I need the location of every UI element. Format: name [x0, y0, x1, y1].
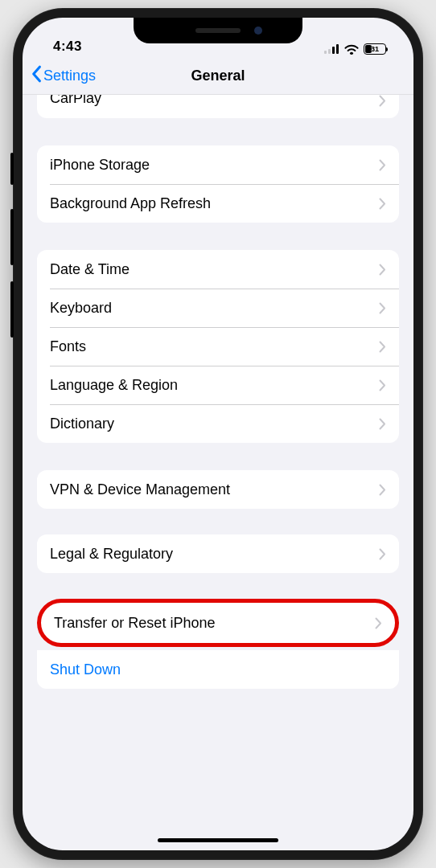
- chevron-right-icon: [379, 159, 386, 171]
- row-label: Dictionary: [50, 416, 114, 432]
- row-label: iPhone Storage: [50, 157, 150, 174]
- row-label: Keyboard: [50, 300, 112, 317]
- section-storage: iPhone Storage Background App Refresh: [37, 145, 399, 223]
- settings-list[interactable]: CarPlay iPhone Storage Background App Re…: [23, 95, 413, 850]
- home-indicator[interactable]: [158, 838, 278, 842]
- svg-rect-2: [332, 47, 335, 54]
- section-locale: Date & Time Keyboard Fonts Language & Re…: [37, 250, 399, 443]
- row-vpn-device-management[interactable]: VPN & Device Management: [37, 470, 399, 509]
- phone-frame: 4:43 31 Settings: [13, 8, 423, 860]
- row-shut-down[interactable]: Shut Down: [37, 650, 399, 689]
- row-legal-regulatory[interactable]: Legal & Regulatory: [37, 534, 399, 573]
- chevron-right-icon: [379, 341, 386, 353]
- svg-rect-0: [324, 51, 327, 54]
- highlight-ring: Transfer or Reset iPhone: [37, 599, 399, 647]
- front-camera: [254, 27, 262, 35]
- row-date-time[interactable]: Date & Time: [37, 250, 399, 289]
- screen: 4:43 31 Settings: [23, 18, 413, 850]
- page-title: General: [191, 68, 245, 84]
- speaker-grille: [195, 28, 241, 33]
- svg-rect-1: [328, 49, 331, 54]
- row-transfer-reset-iphone[interactable]: Transfer or Reset iPhone: [41, 603, 395, 643]
- row-label: Transfer or Reset iPhone: [54, 615, 215, 632]
- nav-bar: Settings General: [23, 58, 413, 95]
- chevron-right-icon: [379, 302, 386, 314]
- chevron-right-icon: [375, 617, 382, 629]
- row-language-region[interactable]: Language & Region: [37, 366, 399, 404]
- back-button[interactable]: Settings: [31, 65, 96, 87]
- chevron-right-icon: [379, 379, 386, 391]
- row-background-app-refresh[interactable]: Background App Refresh: [37, 184, 399, 223]
- status-indicators: 31: [324, 43, 389, 55]
- row-keyboard[interactable]: Keyboard: [37, 289, 399, 327]
- svg-rect-3: [336, 44, 339, 54]
- row-label: VPN & Device Management: [50, 481, 230, 498]
- wifi-icon: [344, 44, 359, 55]
- spacer: [37, 689, 399, 737]
- section-shutdown: Shut Down: [37, 650, 399, 689]
- back-label: Settings: [43, 68, 96, 84]
- row-label: Background App Refresh: [50, 195, 211, 212]
- battery-icon: 31: [364, 43, 386, 55]
- section-legal: Legal & Regulatory: [37, 534, 399, 573]
- battery-percent: 31: [371, 45, 379, 53]
- row-label: Date & Time: [50, 261, 130, 278]
- row-dictionary[interactable]: Dictionary: [37, 404, 399, 443]
- status-time: 4:43: [47, 39, 82, 55]
- row-iphone-storage[interactable]: iPhone Storage: [37, 145, 399, 184]
- row-label: Fonts: [50, 338, 86, 355]
- section-peek: CarPlay: [37, 95, 399, 118]
- chevron-right-icon: [379, 95, 386, 107]
- row-label: Language & Region: [50, 377, 178, 394]
- row-label: CarPlay: [50, 95, 101, 107]
- chevron-right-icon: [379, 198, 386, 210]
- chevron-right-icon: [379, 548, 386, 560]
- cellular-signal-icon: [324, 44, 339, 54]
- row-fonts[interactable]: Fonts: [37, 327, 399, 366]
- row-label: Legal & Regulatory: [50, 546, 173, 563]
- chevron-right-icon: [379, 484, 386, 496]
- row-carplay[interactable]: CarPlay: [37, 95, 399, 118]
- chevron-right-icon: [379, 264, 386, 276]
- notch: [134, 18, 302, 43]
- section-vpn: VPN & Device Management: [37, 470, 399, 509]
- chevron-right-icon: [379, 418, 386, 430]
- chevron-left-icon: [31, 65, 42, 87]
- row-label: Shut Down: [50, 661, 121, 678]
